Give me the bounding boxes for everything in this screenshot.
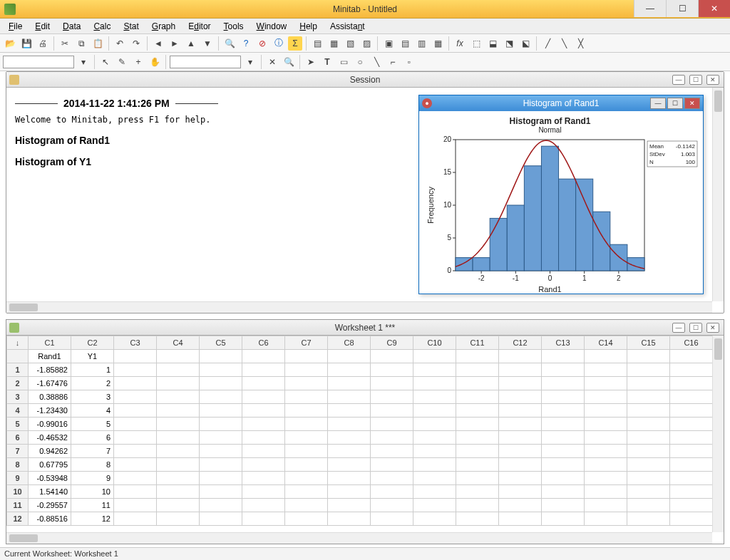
cell[interactable] — [371, 458, 413, 472]
marker-icon[interactable]: ▫ — [402, 55, 416, 69]
cell[interactable] — [413, 445, 456, 458]
cell[interactable] — [627, 431, 670, 445]
cell[interactable] — [285, 363, 328, 377]
cell[interactable] — [670, 431, 713, 445]
col-header[interactable]: C10 — [413, 336, 456, 350]
cell[interactable] — [114, 418, 157, 431]
menu-edit[interactable]: Edit — [29, 20, 56, 33]
cell[interactable] — [200, 445, 242, 458]
cell[interactable] — [627, 404, 670, 418]
cell[interactable] — [627, 499, 670, 512]
cell[interactable] — [242, 458, 285, 472]
cell[interactable] — [157, 363, 200, 377]
cell[interactable] — [627, 418, 670, 431]
cell[interactable] — [456, 472, 499, 485]
cell[interactable] — [285, 390, 328, 404]
cell[interactable] — [371, 363, 413, 377]
col-name-cell[interactable] — [328, 350, 371, 363]
cell[interactable] — [542, 431, 585, 445]
cell[interactable] — [627, 377, 670, 390]
cell[interactable] — [285, 485, 328, 499]
cell[interactable] — [499, 418, 542, 431]
cell[interactable] — [585, 458, 627, 472]
col-header[interactable]: C6 — [242, 336, 285, 350]
col-name-cell[interactable] — [585, 350, 627, 363]
polyline-icon[interactable]: ⌐ — [386, 55, 400, 69]
cell[interactable] — [114, 485, 157, 499]
cell[interactable] — [670, 485, 713, 499]
cell[interactable]: 7 — [71, 445, 114, 458]
cell[interactable] — [627, 390, 670, 404]
fx-icon[interactable]: fx — [453, 36, 467, 51]
cell[interactable] — [285, 404, 328, 418]
col-name-cell[interactable] — [413, 350, 456, 363]
cell[interactable] — [371, 472, 413, 485]
cell[interactable]: 0.94262 — [29, 445, 71, 458]
cell[interactable] — [585, 377, 627, 390]
cell[interactable] — [200, 431, 242, 445]
cell[interactable] — [542, 418, 585, 431]
cell[interactable] — [413, 499, 456, 512]
cell[interactable] — [456, 485, 499, 499]
session-max-button[interactable]: ☐ — [689, 75, 702, 85]
cell[interactable] — [542, 404, 585, 418]
select-icon[interactable]: ➤ — [304, 55, 318, 69]
stat-c-icon[interactable]: ⬔ — [502, 36, 516, 51]
cell[interactable] — [285, 445, 328, 458]
cell[interactable]: -0.99016 — [29, 418, 71, 431]
cell[interactable] — [585, 404, 627, 418]
cell[interactable] — [627, 363, 670, 377]
cell[interactable] — [285, 458, 328, 472]
cell[interactable]: -0.53948 — [29, 472, 71, 485]
ws-close-button[interactable]: ✕ — [706, 323, 719, 333]
cell[interactable]: -1.85882 — [29, 363, 71, 377]
chart-close-button[interactable]: ✕ — [684, 98, 700, 109]
cell[interactable] — [542, 363, 585, 377]
cell[interactable] — [542, 445, 585, 458]
cell[interactable] — [585, 431, 627, 445]
close-button[interactable]: ✕ — [698, 0, 730, 17]
col-header[interactable]: C2 — [71, 336, 114, 350]
cell[interactable]: 1.54140 — [29, 485, 71, 499]
save-icon[interactable]: 💾 — [19, 36, 34, 51]
col-name-cell[interactable] — [542, 350, 585, 363]
cell[interactable]: 5 — [71, 418, 114, 431]
brush-a-icon[interactable]: ╱ — [540, 36, 555, 51]
cell[interactable] — [242, 499, 285, 512]
cell[interactable] — [371, 512, 413, 526]
cell[interactable] — [627, 472, 670, 485]
cell[interactable] — [413, 377, 456, 390]
cell[interactable] — [670, 458, 713, 472]
cell[interactable] — [242, 363, 285, 377]
cell[interactable] — [157, 404, 200, 418]
nav-down-icon[interactable]: ▼ — [200, 36, 215, 51]
cell[interactable]: -0.29557 — [29, 499, 71, 512]
cell[interactable] — [413, 472, 456, 485]
col-name-cell[interactable]: Y1 — [71, 350, 114, 363]
delete-icon[interactable]: ✕ — [265, 55, 279, 69]
cell[interactable] — [242, 512, 285, 526]
cell[interactable] — [242, 445, 285, 458]
cell[interactable] — [542, 512, 585, 526]
cell[interactable] — [285, 431, 328, 445]
cell[interactable] — [157, 418, 200, 431]
cell[interactable] — [200, 485, 242, 499]
cell[interactable] — [627, 512, 670, 526]
col-header[interactable]: C1 — [29, 336, 71, 350]
menu-data[interactable]: Data — [57, 20, 86, 33]
cell[interactable]: -1.23430 — [29, 404, 71, 418]
cell[interactable] — [456, 445, 499, 458]
cell[interactable] — [200, 499, 242, 512]
undo-icon[interactable]: ↶ — [113, 36, 127, 51]
text-icon[interactable]: T — [320, 55, 334, 69]
cell[interactable] — [285, 512, 328, 526]
cell[interactable]: 3 — [71, 390, 114, 404]
info-icon[interactable]: ⓘ — [272, 36, 286, 51]
col-header[interactable]: C12 — [499, 336, 542, 350]
col-name-cell[interactable] — [242, 350, 285, 363]
cell[interactable] — [456, 431, 499, 445]
cell[interactable] — [242, 390, 285, 404]
print-icon[interactable]: 🖨 — [36, 36, 50, 51]
combo-1[interactable] — [3, 56, 74, 68]
cell[interactable] — [542, 458, 585, 472]
